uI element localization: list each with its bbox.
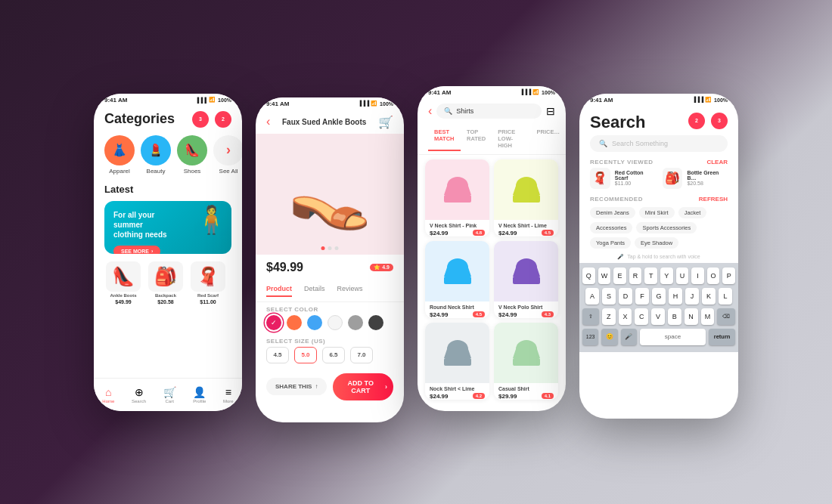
key-G[interactable]: G — [652, 288, 666, 305]
key-space[interactable]: space — [640, 329, 706, 345]
size-6-5[interactable]: 6.5 — [322, 347, 345, 363]
key-emoji[interactable]: 😊 — [601, 329, 617, 345]
filter-best-match[interactable]: BEST MATCH — [428, 126, 461, 151]
key-return[interactable]: return — [709, 329, 735, 345]
nav-profile[interactable]: 👤 Profile — [193, 386, 206, 404]
filter-top-rated[interactable]: TOP RATED — [461, 126, 492, 151]
product-ankle-boots[interactable]: 👠 Ankle Boots $49.99 — [104, 261, 142, 305]
key-V[interactable]: V — [651, 308, 665, 325]
recent-red-scarf[interactable]: 🧣 Red Cotton Scarf $11.00 — [590, 168, 657, 189]
category-seeall[interactable]: › See All — [213, 135, 242, 175]
search-notif-badge[interactable]: 3 — [711, 113, 728, 129]
nav-more[interactable]: ≡ More — [223, 386, 234, 404]
shirt-polo[interactable]: V Neck Polo Shirt $24.99 4.3 — [494, 241, 558, 318]
clear-button[interactable]: CLEAR — [706, 159, 728, 165]
search-input-bar[interactable]: 🔍 Search Something — [590, 135, 728, 152]
key-R[interactable]: R — [629, 267, 642, 284]
shirt-vneck-pink[interactable]: V Neck Shirt - Pink $24.99 4.8 — [425, 159, 489, 237]
key-B[interactable]: B — [668, 308, 681, 325]
refresh-button[interactable]: REFRESH — [699, 196, 728, 203]
key-shift[interactable]: ⇧ — [582, 308, 599, 325]
key-I[interactable]: I — [691, 267, 704, 284]
search-query: Shirts — [456, 107, 473, 115]
shirt-roundneck[interactable]: Round Neck Shirt $24.99 4.5 — [425, 241, 489, 318]
category-beauty[interactable]: 💄 Beauty — [141, 135, 171, 175]
size-5-0[interactable]: 5.0 — [294, 347, 317, 363]
search-cart-badge[interactable]: 2 — [688, 113, 705, 129]
key-M[interactable]: M — [701, 308, 715, 325]
key-delete[interactable]: ⌫ — [717, 308, 735, 325]
key-P[interactable]: P — [722, 267, 735, 284]
filter-price-low[interactable]: PRICE LOW-HIGH — [492, 126, 530, 151]
key-Q[interactable]: Q — [582, 267, 595, 284]
tab-product[interactable]: Product — [266, 285, 292, 297]
key-U[interactable]: U — [676, 267, 689, 284]
key-S[interactable]: S — [602, 288, 616, 305]
size-7-0[interactable]: 7.0 — [350, 347, 373, 363]
tag-sports-accessories[interactable]: Sports Accessories — [636, 222, 697, 233]
tab-reviews[interactable]: Reviews — [337, 285, 363, 297]
tag-jacket[interactable]: Jacket — [678, 207, 707, 218]
shirt-vneck-lime[interactable]: V Neck Shirt - Lime $24.99 4.5 — [494, 159, 558, 237]
size-4-5[interactable]: 4.5 — [266, 347, 289, 363]
key-mic[interactable]: 🎤 — [621, 329, 637, 345]
key-Y[interactable]: Y — [660, 267, 673, 284]
shirts-search-bar[interactable]: 🔍 Shirts — [436, 104, 542, 119]
tag-mini-skirt[interactable]: Mini Skirt — [639, 207, 675, 218]
shirt-casual[interactable]: Casual Shirt $29.99 4.1 — [494, 323, 558, 400]
action-row: SHARE THIS ↑ ADD TO CART › — [256, 367, 404, 407]
key-W[interactable]: W — [598, 267, 611, 284]
color-pink[interactable]: ✓ — [266, 315, 281, 330]
key-X[interactable]: X — [619, 308, 632, 325]
shirt-nock-lime[interactable]: Nock Shirt < Lime $24.99 4.2 — [425, 323, 489, 400]
nav-search[interactable]: ⊕ Search — [132, 386, 146, 404]
dot-1[interactable] — [321, 246, 325, 250]
bottom-nav: ⌂ Home ⊕ Search 🛒 Cart 👤 Profile ≡ More — [94, 378, 242, 411]
key-A[interactable]: A — [585, 288, 599, 305]
key-H[interactable]: H — [669, 288, 682, 305]
filter-price[interactable]: PRICE… — [531, 126, 566, 151]
tab-details[interactable]: Details — [304, 285, 325, 297]
nav-cart[interactable]: 🛒 Cart — [163, 386, 176, 404]
color-blue[interactable] — [307, 315, 322, 330]
key-T[interactable]: T — [644, 267, 657, 284]
notification-badge[interactable]: 3 — [192, 111, 209, 128]
add-to-cart-button[interactable]: ADD TO CART › — [333, 373, 393, 400]
categories-header: Categories 3 2 — [94, 107, 242, 132]
key-numbers[interactable]: 123 — [582, 329, 598, 345]
share-button[interactable]: SHARE THIS ↑ — [266, 378, 327, 395]
shirts-back-button[interactable]: ‹ — [428, 104, 432, 118]
filter-icon[interactable]: ⊟ — [546, 105, 555, 117]
cart-icon[interactable]: 🛒 — [378, 116, 393, 128]
header-icons: 3 2 — [192, 111, 231, 128]
key-Z[interactable]: Z — [602, 308, 616, 325]
product-red-scarf[interactable]: 🧣 Red Scarf $11.00 — [189, 261, 227, 305]
key-K[interactable]: K — [702, 288, 716, 305]
color-dark[interactable] — [368, 315, 383, 330]
nav-home[interactable]: ⌂ Home — [102, 386, 114, 404]
product-backpack[interactable]: 🎒 Backpack $20.58 — [147, 261, 185, 305]
key-O[interactable]: O — [707, 267, 720, 284]
dot-3[interactable] — [335, 246, 339, 250]
category-apparel[interactable]: 👗 Apparel — [104, 135, 135, 175]
key-F[interactable]: F — [635, 288, 649, 305]
dot-2[interactable] — [328, 246, 332, 250]
tag-yoga-pants[interactable]: Yoga Pants — [590, 237, 631, 249]
key-N[interactable]: N — [685, 308, 698, 325]
key-D[interactable]: D — [619, 288, 632, 305]
see-more-button[interactable]: SEE MORE › — [113, 246, 160, 254]
status-icons-4: ▐▐▐ 📶 100% — [692, 97, 728, 103]
key-E[interactable]: E — [613, 267, 626, 284]
category-shoes[interactable]: 👠 Shoes — [177, 135, 207, 175]
color-white[interactable] — [328, 315, 343, 330]
key-C[interactable]: C — [635, 308, 648, 325]
tag-accessories[interactable]: Accessories — [590, 222, 632, 233]
color-orange[interactable] — [287, 315, 302, 330]
cart-badge[interactable]: 2 — [215, 111, 231, 128]
recent-bottle-green[interactable]: 🎒 Bottle Green B… $20.58 — [663, 168, 728, 189]
color-gray[interactable] — [348, 315, 363, 330]
key-L[interactable]: L — [719, 288, 732, 305]
key-J[interactable]: J — [685, 288, 699, 305]
tag-eye-shadow[interactable]: Eye Shadow — [635, 237, 678, 249]
tag-denim-jeans[interactable]: Denim Jeans — [590, 207, 635, 218]
